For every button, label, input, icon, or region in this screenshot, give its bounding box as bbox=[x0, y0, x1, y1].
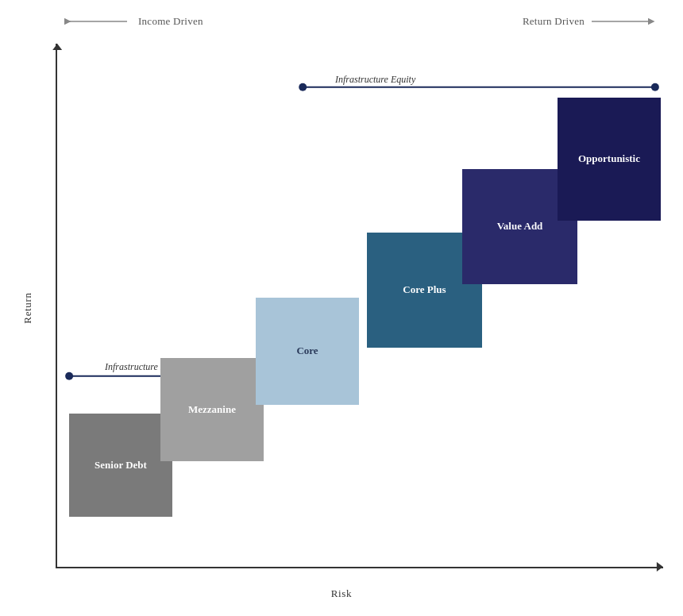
income-driven-text: Income Driven bbox=[138, 15, 203, 28]
mezzanine-box: Mezzanine bbox=[160, 358, 264, 461]
return-driven-label: Return Driven bbox=[523, 14, 659, 29]
senior-debt-box: Senior Debt bbox=[69, 414, 172, 517]
infra-equity-dot-right bbox=[651, 83, 659, 91]
top-arrows: Income Driven Return Driven bbox=[64, 14, 659, 29]
return-driven-text: Return Driven bbox=[523, 15, 585, 28]
infra-equity-dot-left bbox=[299, 83, 307, 91]
chart-area: Infrastructure Equity Infrastructure Deb… bbox=[56, 44, 663, 568]
chart-container: Income Driven Return Driven Return Risk bbox=[0, 0, 683, 616]
infra-equity-label: Infrastructure Equity bbox=[335, 74, 415, 86]
y-axis-label: Return bbox=[21, 292, 34, 323]
infra-debt-dot-left bbox=[65, 372, 73, 380]
core-box: Core bbox=[256, 298, 359, 405]
opportunistic-box: Opportunistic bbox=[558, 98, 661, 221]
y-axis-arrow bbox=[52, 44, 62, 50]
x-axis-label: Risk bbox=[331, 587, 352, 600]
income-driven-label: Income Driven bbox=[64, 14, 203, 29]
x-axis-arrow bbox=[657, 562, 663, 572]
